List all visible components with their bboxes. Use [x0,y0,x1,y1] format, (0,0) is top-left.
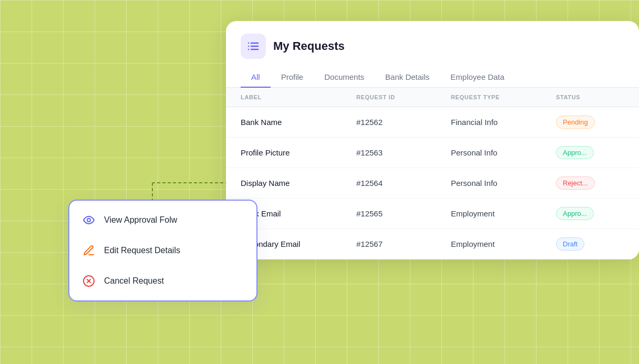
cell-request-type: Personal Info [451,148,556,157]
cell-request-id: #12562 [356,118,451,127]
tab-documents[interactable]: Documents [314,67,375,88]
cell-request-type: Employment [451,209,556,218]
menu-item-cancel-request-label: Cancel Request [104,276,164,286]
cell-status: Appro... [556,146,639,159]
header-icon-wrap [241,34,266,59]
table-row: Display Name #12564 Personal Info Reject… [226,168,639,199]
status-badge: Pending [556,116,595,129]
cell-status: Draft [556,237,639,251]
tab-all[interactable]: All [241,67,271,88]
cell-request-type: Employment [451,240,556,248]
table-header-row: LABEL REQUEST ID REQUEST TYPE STATUS [226,88,639,107]
cell-label: Bank Name [241,118,356,127]
list-icon [247,40,260,53]
panel-title: My Requests [273,39,345,53]
col-header-status: STATUS [556,94,639,100]
col-header-request-id: REQUEST ID [356,94,451,100]
status-badge: Appro... [556,146,594,159]
status-badge: Draft [556,237,584,251]
panel-header: My Requests [226,21,639,67]
cell-request-id: #12563 [356,148,451,157]
tab-employee-data[interactable]: Employee Data [440,67,515,88]
cell-status: Appro... [556,207,639,220]
svg-point-2 [87,219,90,222]
edit-icon [82,244,96,257]
status-badge: Appro... [556,207,594,220]
table-row: Profile Picture #12563 Personal Info App… [226,138,639,168]
col-header-label: LABEL [241,94,356,100]
cell-request-type: Financial Info [451,118,556,127]
cell-status: Pending [556,116,639,129]
context-menu: View Approval Folw Edit Request Details … [68,200,257,301]
tab-bank-details[interactable]: Bank Details [375,67,440,88]
cell-request-id: #12565 [356,209,451,218]
menu-item-view-approval[interactable]: View Approval Folw [69,205,256,235]
cell-label: Work Email [241,209,356,218]
table-wrap: LABEL REQUEST ID REQUEST TYPE STATUS Ban… [226,88,639,259]
tabs-row: All Profile Documents Bank Details Emplo… [226,67,639,88]
main-panel: My Requests All Profile Documents Bank D… [226,21,639,259]
tab-profile[interactable]: Profile [271,67,314,88]
menu-item-view-approval-label: View Approval Folw [104,215,177,225]
menu-item-edit-request-label: Edit Request Details [104,246,180,255]
cell-label: Display Name [241,179,356,188]
cell-status: Reject... [556,176,639,190]
x-circle-icon [82,274,96,288]
menu-item-cancel-request[interactable]: Cancel Request [69,266,256,296]
table-row: Secondary Email #12567 Employment Draft [226,229,639,259]
table-row: Work Email #12565 Employment Appro... [226,199,639,229]
col-header-request-type: REQUEST TYPE [451,94,556,100]
table-row: Bank Name #12562 Financial Info Pending [226,107,639,138]
menu-item-edit-request[interactable]: Edit Request Details [69,235,256,266]
cell-label: Secondary Email [241,240,356,248]
cell-request-id: #12564 [356,179,451,188]
cell-request-id: #12567 [356,240,451,248]
cell-request-type: Personal Info [451,179,556,188]
status-badge: Reject... [556,176,595,190]
cell-label: Profile Picture [241,148,356,157]
eye-icon [82,213,96,227]
